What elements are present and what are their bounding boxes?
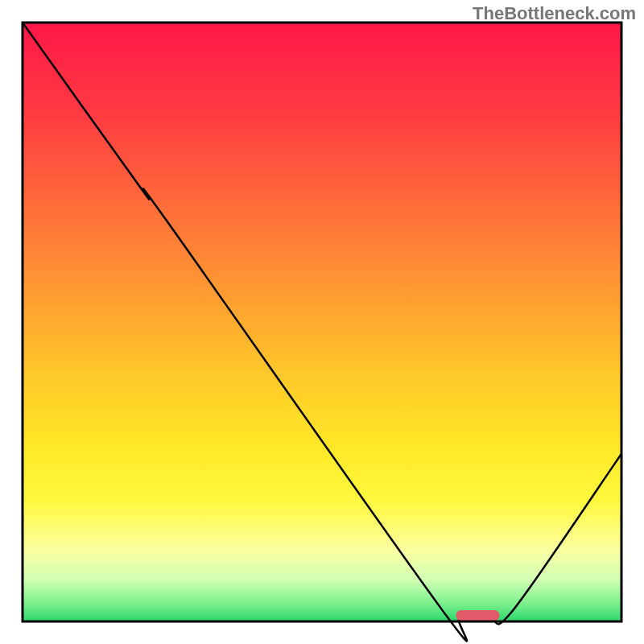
- chart-container: TheBottleneck.com: [0, 0, 644, 644]
- attribution-label: TheBottleneck.com: [473, 3, 636, 24]
- optimum-marker: [456, 610, 499, 621]
- plot-background: [23, 23, 621, 621]
- chart-svg: [0, 0, 644, 644]
